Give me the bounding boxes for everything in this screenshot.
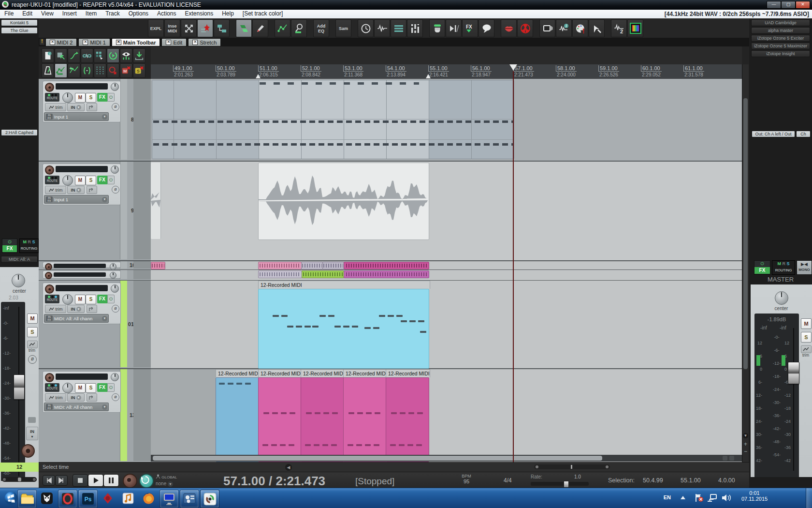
tcp-panel[interactable]: ROUTEMSFX⏻øtrimIN▼INFXInput 1▼ bbox=[43, 164, 121, 205]
route-button[interactable]: ROUTE bbox=[45, 93, 59, 102]
master-fx-item[interactable]: iZotope Ozone 5 Maximizer bbox=[751, 43, 810, 49]
track-name-field[interactable] bbox=[54, 272, 106, 277]
minimize-button[interactable]: — bbox=[767, 1, 781, 9]
track-row-10a[interactable] bbox=[151, 261, 742, 270]
play-cursor-icon[interactable] bbox=[446, 19, 462, 37]
master-fx-item[interactable]: iZotope Ozone 5 Exciter bbox=[751, 35, 810, 42]
pencil-icon[interactable] bbox=[252, 19, 268, 37]
hzoom-in-button[interactable] bbox=[729, 456, 734, 461]
tab-overflow-button[interactable]: ! bbox=[40, 39, 44, 45]
play-cursor-marker[interactable] bbox=[509, 64, 517, 71]
track-name-field[interactable] bbox=[54, 264, 106, 268]
mute-button[interactable]: M bbox=[27, 314, 38, 324]
midi-item-label[interactable]: 12-Recorded MIDI bbox=[343, 369, 388, 377]
input-button[interactable]: IN▼ bbox=[26, 427, 38, 440]
tray-language[interactable]: EN bbox=[664, 494, 671, 500]
tray-clock[interactable]: 0:01 07.11.2015 bbox=[738, 490, 771, 502]
env-arrow-button[interactable] bbox=[87, 186, 97, 194]
tcp-panel[interactable] bbox=[43, 262, 121, 268]
tray-expand-icon[interactable] bbox=[681, 496, 685, 499]
play-button[interactable] bbox=[88, 474, 103, 487]
menu-actions[interactable]: Actions bbox=[153, 10, 180, 17]
master-mute-button[interactable]: M bbox=[801, 318, 812, 329]
palette-alert-icon[interactable]: ! bbox=[572, 19, 588, 37]
explorer-button[interactable]: EXPL bbox=[148, 19, 164, 37]
io-button[interactable]: 2:HAll Caphed bbox=[1, 129, 38, 136]
pan-knob[interactable] bbox=[62, 175, 73, 186]
menu-track[interactable]: Track bbox=[101, 10, 124, 17]
track-row-8[interactable] bbox=[151, 79, 742, 162]
repeat-button[interactable] bbox=[139, 474, 154, 488]
selection-length[interactable]: 4.0.00 bbox=[718, 477, 735, 484]
master-routing-button[interactable]: M R S ROUTING bbox=[772, 260, 795, 275]
master-fx-item[interactable]: UAD Cambridge bbox=[751, 19, 810, 26]
time-signature[interactable]: 4/4 bbox=[504, 477, 512, 484]
lips-icon[interactable] bbox=[501, 19, 517, 37]
audio-item-small[interactable] bbox=[302, 270, 344, 278]
audio-item-small[interactable] bbox=[344, 262, 429, 269]
vertical-scrollbar[interactable]: ▼ + − bbox=[742, 64, 749, 462]
no-record-icon[interactable] bbox=[107, 63, 119, 78]
tab-close-icon[interactable]: ✕ bbox=[166, 40, 171, 45]
tab-close-icon[interactable]: ✕ bbox=[116, 40, 121, 45]
master-fx-item[interactable]: iZotope Insight bbox=[751, 50, 810, 57]
vzoom-menu-button[interactable]: ▼ bbox=[743, 433, 748, 438]
tray-volume-icon[interactable] bbox=[721, 493, 732, 504]
pan-knob[interactable] bbox=[12, 274, 25, 287]
display-settings-taskbar-icon[interactable] bbox=[180, 490, 199, 508]
audio-item-small[interactable] bbox=[258, 262, 302, 269]
fx-item[interactable]: The Glue bbox=[1, 27, 38, 34]
grid-select-icon[interactable] bbox=[94, 48, 106, 63]
show-desktop-button[interactable] bbox=[806, 488, 812, 508]
remote-desktop-taskbar-icon[interactable] bbox=[160, 490, 179, 508]
move-items-icon[interactable] bbox=[236, 19, 252, 37]
midi-item-pink[interactable] bbox=[301, 377, 344, 462]
timeline-ruler[interactable]: 49.1.002:01.26350.1.002:03.78951.1.002:0… bbox=[151, 64, 742, 79]
audio-item-small[interactable] bbox=[151, 262, 165, 269]
master-fader[interactable] bbox=[788, 362, 799, 384]
reaper-taskbar-icon[interactable] bbox=[200, 490, 219, 508]
midi-item-label[interactable]: 12-Recorded MIDI bbox=[216, 369, 260, 377]
menu--set-track-color-[interactable]: [Set track color] bbox=[238, 10, 287, 17]
tab-close-icon[interactable]: ✕ bbox=[50, 40, 55, 45]
close-button[interactable]: ✕ bbox=[796, 1, 810, 9]
menu-help[interactable]: Help bbox=[218, 10, 238, 17]
loop-point-marker[interactable] bbox=[426, 74, 431, 78]
loop-point-marker[interactable] bbox=[256, 74, 261, 78]
midi-item-label[interactable]: 12-Recorded MIDI bbox=[258, 369, 303, 377]
curve-tool-icon[interactable] bbox=[68, 48, 80, 63]
menu-edit[interactable]: Edit bbox=[18, 10, 37, 17]
mute-button[interactable]: M bbox=[75, 93, 86, 103]
solo-button[interactable]: S bbox=[86, 383, 96, 393]
audio-item-edge[interactable] bbox=[151, 163, 161, 239]
wave-2-icon[interactable]: 2 bbox=[611, 19, 627, 37]
volume-knob[interactable] bbox=[111, 373, 119, 381]
input-mode-button[interactable]: IN▼ bbox=[67, 186, 85, 194]
envelope-points-icon[interactable] bbox=[275, 19, 290, 37]
solo-button[interactable]: S bbox=[86, 93, 96, 103]
route-button[interactable]: ROUTE bbox=[45, 176, 59, 184]
go-start-button[interactable] bbox=[43, 475, 55, 486]
midi-item-pink[interactable] bbox=[386, 377, 429, 462]
pan-knob[interactable] bbox=[62, 383, 73, 393]
volume-knob[interactable] bbox=[110, 272, 116, 279]
tcp-panel[interactable]: ROUTEMSFX⏻øtrimIN▼INFXMIDI: All: All cha… bbox=[43, 283, 121, 324]
selection-start[interactable]: 50.4.99 bbox=[643, 477, 663, 484]
maximize-button[interactable]: ▢ bbox=[781, 1, 796, 9]
play-cursor[interactable] bbox=[513, 71, 514, 462]
speech-bubble-icon[interactable] bbox=[478, 19, 494, 37]
tcp-panel[interactable] bbox=[43, 270, 121, 279]
audio-item-small[interactable] bbox=[322, 262, 344, 269]
sample-button[interactable]: Sam bbox=[335, 19, 351, 37]
import-project-icon[interactable] bbox=[55, 48, 67, 63]
phase-button[interactable]: ø bbox=[112, 393, 119, 401]
master-solo-button[interactable]: S bbox=[801, 332, 812, 343]
grid-dots-icon[interactable] bbox=[94, 63, 106, 78]
expand-icon[interactable] bbox=[181, 19, 197, 37]
doc-info-icon[interactable]: i bbox=[42, 48, 54, 63]
rate-slider[interactable] bbox=[531, 482, 589, 486]
mute-button[interactable]: M bbox=[75, 383, 86, 393]
audio-item-small[interactable] bbox=[301, 262, 323, 269]
mono-button[interactable]: ▶◀ MONO bbox=[797, 260, 812, 275]
metronome-icon[interactable] bbox=[42, 63, 54, 78]
